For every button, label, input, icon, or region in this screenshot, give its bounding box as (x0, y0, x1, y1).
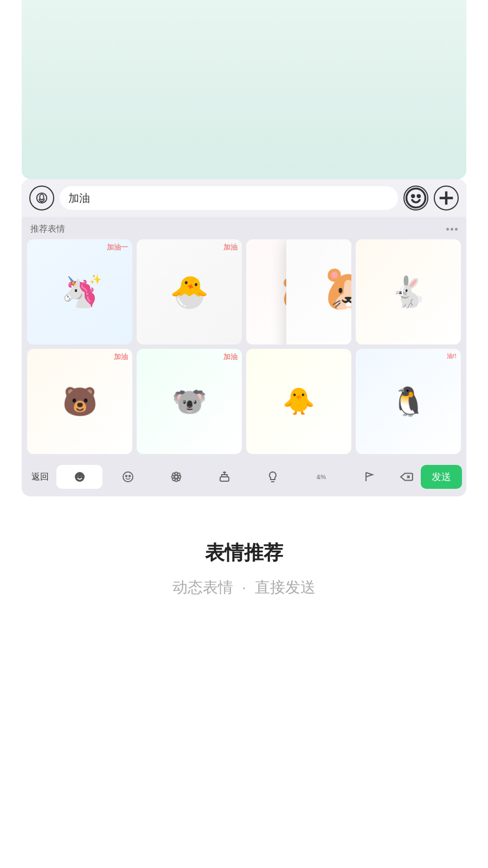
popup-label: 闪萌表情 (286, 342, 351, 344)
message-input[interactable] (60, 186, 398, 210)
bottom-section: 表情推荐 动态表情 · 直接发送 (0, 529, 488, 609)
sticker-item-7[interactable]: 🐥 (246, 349, 351, 454)
sticker-art-2: 🐣 (137, 239, 242, 344)
sticker-item-1[interactable]: 加油一 🦄 ✨ (27, 239, 132, 344)
chat-area (22, 0, 466, 179)
svg-point-12 (126, 475, 127, 476)
sticker-item-3[interactable]: 加油 🐹 加油 🐹 闪萌表情 (246, 239, 351, 344)
send-button[interactable]: 发送 (421, 465, 462, 489)
sticker-art-6: 🐨 (137, 349, 242, 454)
keyboard-bottom-row: 返回 (22, 459, 466, 496)
svg-point-4 (412, 195, 414, 197)
flower-tab-button[interactable] (153, 465, 199, 489)
svg-point-10 (80, 475, 82, 477)
voice-button[interactable] (29, 186, 54, 210)
svg-point-3 (407, 189, 426, 208)
sticker-item-2[interactable]: 加油 🐣 (137, 239, 242, 344)
svg-point-13 (129, 475, 130, 476)
sticker-item-5[interactable]: 加油 🐻 (27, 349, 132, 454)
sticker-art-4: 🐇 (356, 239, 461, 344)
more-dot-3 (455, 228, 458, 231)
keyboard-container: 推荐表情 加油一 🦄 ✨ 加油 (22, 179, 466, 496)
more-button[interactable] (446, 228, 458, 231)
svg-rect-24 (222, 475, 227, 477)
symbols-tab-button[interactable]: &% (298, 465, 344, 489)
cake-tab-button[interactable] (201, 465, 247, 489)
sticker-popup[interactable]: 加油 🐹 闪萌表情 (286, 239, 351, 344)
svg-point-19 (172, 473, 175, 476)
sub-title-part2: 直接发送 (255, 579, 316, 596)
bulb-tab-button[interactable] (250, 465, 296, 489)
sticker-panel: 推荐表情 加油一 🦄 ✨ 加油 (22, 217, 466, 459)
svg-point-5 (418, 195, 420, 197)
back-button[interactable]: 返回 (26, 468, 54, 486)
svg-text:&%: &% (317, 474, 326, 480)
delete-button[interactable] (395, 465, 419, 489)
title-separator: · (242, 579, 246, 596)
svg-rect-23 (220, 477, 229, 481)
sticker-panel-title: 推荐表情 (30, 224, 65, 235)
svg-point-21 (172, 478, 175, 481)
sticker-item-4[interactable]: 🐇 (356, 239, 461, 344)
svg-point-20 (177, 473, 180, 476)
input-row (22, 179, 466, 217)
svg-point-8 (75, 472, 85, 482)
sticker-art-8: 🐧 (356, 349, 461, 454)
svg-point-9 (77, 475, 79, 477)
popup-sticker-area: 加油 🐹 (286, 239, 351, 342)
sticker-item-6[interactable]: 加油 🐨 (137, 349, 242, 454)
sticker-art-7: 🐥 (246, 349, 351, 454)
svg-point-11 (123, 472, 133, 482)
plus-button[interactable] (434, 186, 459, 210)
sticker-header: 推荐表情 (22, 217, 466, 239)
svg-point-1 (40, 194, 43, 200)
emoji-button[interactable] (403, 186, 428, 210)
feature-main-title: 表情推荐 (11, 540, 477, 566)
sticker-art-1: 🦄 ✨ (27, 239, 132, 344)
emoji-tab-button[interactable] (56, 465, 102, 489)
flag-tab-button[interactable] (346, 465, 393, 489)
sticker-art-5: 🐻 (27, 349, 132, 454)
svg-point-22 (177, 478, 180, 481)
smile-tab-button[interactable] (105, 465, 151, 489)
feature-sub-title: 动态表情 · 直接发送 (11, 577, 477, 598)
more-dot-2 (451, 228, 453, 231)
more-dot-1 (446, 228, 449, 231)
sticker-item-8[interactable]: 油!! 🐧 (356, 349, 461, 454)
sub-title-part1: 动态表情 (172, 579, 233, 596)
sticker-grid: 加油一 🦄 ✨ 加油 🐣 加油 🐹 (22, 239, 466, 459)
